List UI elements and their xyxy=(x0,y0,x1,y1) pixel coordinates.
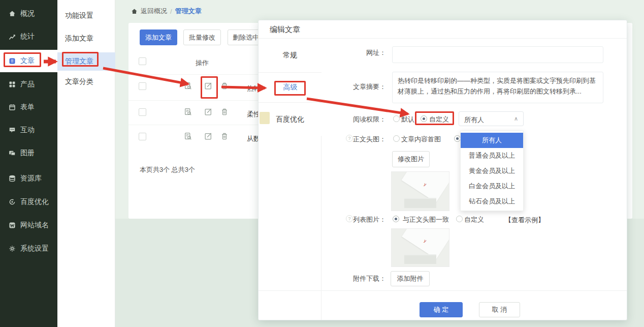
submenu-item-add-article[interactable]: 添加文章 xyxy=(57,30,115,47)
view-detail-icon[interactable] xyxy=(184,132,192,140)
modal-header: 编辑文章 xyxy=(259,20,627,39)
submenu-item-function-settings[interactable]: 功能设置 xyxy=(57,7,115,24)
sidebar-item-forms[interactable]: 表单 xyxy=(0,96,57,118)
permission-label: 阅读权限： xyxy=(353,115,386,123)
thumbnail-base xyxy=(404,198,436,208)
row-checkbox[interactable] xyxy=(139,133,146,140)
view-detail-icon[interactable] xyxy=(184,108,192,116)
breadcrumb-current: 管理文章 xyxy=(175,7,202,16)
permission-default-radio[interactable] xyxy=(393,115,400,122)
help-icon[interactable]: ? xyxy=(346,135,353,142)
head-image-first-image-radio[interactable] xyxy=(393,135,400,142)
attachment-label: 附件下载： xyxy=(353,275,386,282)
list-image-custom-radio[interactable] xyxy=(456,216,463,222)
modal-footer-divider xyxy=(259,290,627,291)
tab-general[interactable]: 常规 xyxy=(259,39,321,73)
gear-icon xyxy=(9,245,16,252)
list-image-label: 列表图片： xyxy=(353,216,386,223)
dropdown-option-gold-member[interactable]: 黄金会员及以上 xyxy=(461,163,523,179)
highlight-mark xyxy=(260,112,270,124)
list-image-custom-label[interactable]: 自定义 xyxy=(464,216,484,223)
submenu-item-article-categories[interactable]: 文章分类 xyxy=(57,73,115,91)
row-checkbox[interactable] xyxy=(139,108,146,116)
edit-icon[interactable] xyxy=(204,108,212,116)
sidebar-item-interact[interactable]: 互动 xyxy=(0,119,57,141)
submenu-label: 管理文章 xyxy=(65,57,93,66)
edit-icon[interactable] xyxy=(204,82,212,90)
url-label: 网址： xyxy=(366,49,386,56)
trash-icon[interactable] xyxy=(220,108,229,116)
breadcrumb: 返回概况 / 管理文章 xyxy=(131,7,202,16)
thumbnail-base xyxy=(404,254,436,264)
home-icon xyxy=(131,8,138,15)
table-column-actions: 操作 xyxy=(196,58,209,68)
summary-textarea[interactable]: 热转印是转移印刷的——种类型，实质是将图案或文字预先印刷到基材薄膜上，通过热和压… xyxy=(392,72,603,103)
head-image-first-image-label[interactable]: 文章内容首图 xyxy=(401,135,441,143)
app-screen: 概况 统计 文章 产品 表单 互动 图册 资源库 xyxy=(0,0,644,327)
sidebar-item-gallery[interactable]: 图册 xyxy=(0,142,57,164)
home-icon xyxy=(9,10,16,17)
sidebar-item-articles[interactable]: 文章 xyxy=(0,50,57,72)
sidebar-item-label: 互动 xyxy=(20,126,35,135)
add-article-button[interactable]: 添加文章 xyxy=(140,29,177,45)
dropdown-option-platinum-member[interactable]: 白金会员及以上 xyxy=(461,179,523,194)
row-checkbox[interactable] xyxy=(139,82,146,90)
sidebar-item-settings[interactable]: 系统设置 xyxy=(0,237,57,260)
list-image-thumbnail: y xyxy=(391,228,449,267)
optimize-icon xyxy=(9,198,16,205)
head-image-label: 正文头图： xyxy=(353,135,386,143)
stats-icon xyxy=(9,33,16,40)
sidebar-item-overview[interactable]: 概况 xyxy=(0,3,57,25)
view-detail-icon[interactable] xyxy=(184,82,192,90)
dropdown-option-diamond-member[interactable]: 钻石会员及以上 xyxy=(461,194,523,209)
batch-edit-button[interactable]: 批量修改 xyxy=(183,29,221,45)
trash-icon[interactable] xyxy=(220,82,229,90)
main-sidebar: 概况 统计 文章 产品 表单 互动 图册 资源库 xyxy=(0,0,57,327)
permission-dropdown: 所有人 普通会员及以上 黄金会员及以上 白金会员及以上 钻石会员及以上 xyxy=(460,131,524,211)
submenu-item-manage-articles[interactable]: 管理文章 xyxy=(57,52,115,71)
sidebar-item-resources[interactable]: 资源库 xyxy=(0,167,57,190)
select-all-checkbox[interactable] xyxy=(139,57,146,65)
confirm-button[interactable]: 确 定 xyxy=(420,302,463,317)
help-icon[interactable]: ? xyxy=(346,215,353,222)
modify-image-button[interactable]: 修改图片 xyxy=(392,151,430,167)
permission-custom-radio[interactable] xyxy=(421,115,427,122)
chevron-up-icon: ∧ xyxy=(514,115,518,122)
gallery-icon xyxy=(9,150,16,157)
sidebar-item-label: 产品 xyxy=(20,80,35,89)
trash-icon[interactable] xyxy=(220,132,229,140)
list-image-same-label[interactable]: 与正文头图一致 xyxy=(403,216,449,223)
view-example-link[interactable]: 【查看示例】 xyxy=(505,216,544,225)
dropdown-option-everyone[interactable]: 所有人 xyxy=(461,133,523,148)
submenu-label: 添加文章 xyxy=(65,34,93,43)
sidebar-item-label: 资源库 xyxy=(20,174,42,183)
sidebar-item-products[interactable]: 产品 xyxy=(0,73,57,96)
sidebar-item-label: 表单 xyxy=(20,103,35,112)
sidebar-item-label: 概况 xyxy=(20,9,35,18)
add-attachment-button[interactable]: 添加附件 xyxy=(391,271,430,286)
articles-submenu: 功能设置 添加文章 管理文章 文章分类 xyxy=(57,0,115,327)
cancel-button[interactable]: 取 消 xyxy=(479,302,520,317)
sidebar-item-stats[interactable]: 统计 xyxy=(0,25,57,48)
submenu-label: 文章分类 xyxy=(65,77,93,86)
sidebar-item-baidu-seo[interactable]: 百度优化 xyxy=(0,191,57,213)
permission-custom-label[interactable]: 自定义 xyxy=(429,115,449,123)
sidebar-item-label: 统计 xyxy=(20,32,35,41)
article-icon xyxy=(9,57,16,65)
list-image-same-radio[interactable] xyxy=(393,216,399,222)
sidebar-item-domain[interactable]: 网站域名 xyxy=(0,214,57,236)
breadcrumb-back-link[interactable]: 返回概况 xyxy=(141,7,167,16)
permission-default-label[interactable]: 默认 xyxy=(401,115,414,123)
edit-icon[interactable] xyxy=(204,132,212,140)
dropdown-option-normal-member[interactable]: 普通会员及以上 xyxy=(461,148,523,163)
permission-select-value: 所有人 xyxy=(464,115,484,125)
tab-advanced[interactable]: 高级 xyxy=(259,73,322,102)
url-input[interactable] xyxy=(392,46,603,63)
sidebar-item-label: 系统设置 xyxy=(20,244,49,253)
domain-w-icon xyxy=(9,222,16,229)
summary-label: 文章摘要： xyxy=(353,83,386,91)
permission-select[interactable]: 所有人 ∧ xyxy=(459,111,524,126)
sidebar-item-label: 百度优化 xyxy=(20,197,49,206)
database-icon xyxy=(9,175,16,182)
sidebar-item-label: 网站域名 xyxy=(20,221,49,230)
